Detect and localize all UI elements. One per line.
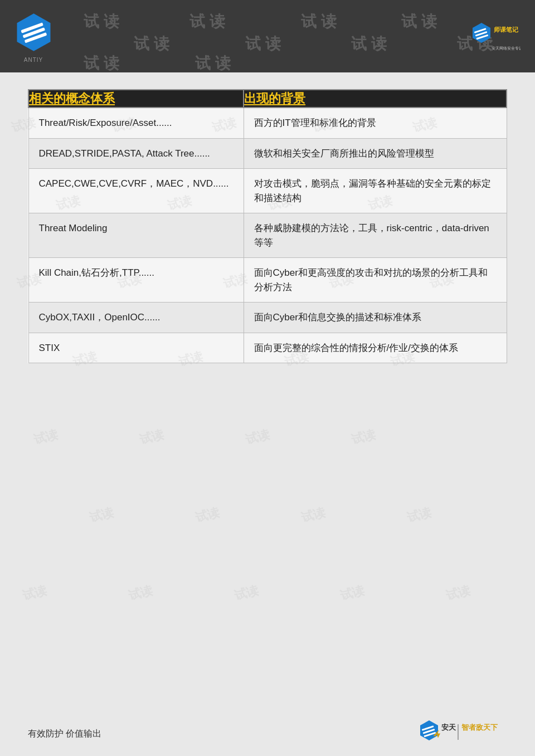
table-cell-col1: CybOX,TAXII，OpenIOC...... [28, 303, 244, 333]
table-cell-col2: 西方的IT管理和标准化的背景 [244, 108, 507, 138]
footer: 有效防护 价值输出 安天 智者敌天下 [0, 711, 535, 756]
table-cell-col1: STIX [28, 333, 244, 363]
table-row: DREAD,STRIDE,PASTA, Attack Tree......微软和… [28, 138, 507, 169]
table-cell-col1: DREAD,STRIDE,PASTA, Attack Tree...... [28, 138, 244, 169]
content-area: 相关的概念体系 出现的背景 Threat/Risk/Exposure/Asset… [28, 89, 507, 700]
table-row: CAPEC,CWE,CVE,CVRF，MAEC，NVD......对攻击模式，脆… [28, 169, 507, 213]
table-cell-col2: 对攻击模式，脆弱点，漏洞等各种基础的安全元素的标定和描述结构 [244, 169, 507, 213]
watermark-4: 试读 [401, 11, 441, 32]
footer-logo-icon: 安天 智者敌天下 [418, 719, 507, 749]
watermark-1: 试读 [84, 11, 124, 32]
table-header-row: 相关的概念体系 出现的背景 [28, 90, 507, 108]
watermark-2: 试读 [189, 11, 230, 32]
col2-header: 出现的背景 [244, 90, 507, 108]
table-row: Kill Chain,钻石分析,TTP......面向Cyber和更高强度的攻击… [28, 258, 507, 303]
col1-header: 相关的概念体系 [28, 90, 244, 108]
table-row: Threat Modeling各种威胁建模的方法论，工具，risk-centri… [28, 213, 507, 258]
table-row: CybOX,TAXII，OpenIOC......面向Cyber和信息交换的描述… [28, 303, 507, 333]
table-row: STIX面向更完整的综合性的情报分析/作业/交换的体系 [28, 333, 507, 363]
table-cell-col2: 微软和相关安全厂商所推出的风险管理模型 [244, 138, 507, 169]
watermark-9: 试读 [84, 53, 124, 72]
svg-text:安天: 安天 [441, 723, 456, 731]
svg-text:师课笔记: 师课笔记 [493, 26, 519, 33]
table-cell-col1: Threat/Risk/Exposure/Asset...... [28, 108, 244, 138]
table-cell-col1: CAPEC,CWE,CVE,CVRF，MAEC，NVD...... [28, 169, 244, 213]
svg-text:安天网络安全专训营第四期: 安天网络安全专训营第四期 [492, 46, 521, 51]
antiy-logo-icon [13, 10, 55, 55]
table-cell-col1: Kill Chain,钻石分析,TTP...... [28, 258, 244, 303]
table-cell-col2: 面向更完整的综合性的情报分析/作业/交换的体系 [244, 333, 507, 363]
logo-label: ANTIY [24, 57, 43, 63]
watermark-5: 试读 [134, 33, 174, 55]
brand-right: 师课笔记 安天网络安全专训营第四期 [465, 9, 526, 65]
watermark-10: 试读 [195, 53, 235, 72]
footer-tagline: 有效防护 价值输出 [28, 728, 101, 740]
svg-text:智者敌天下: 智者敌天下 [461, 723, 498, 731]
table-row: Threat/Risk/Exposure/Asset......西方的IT管理和… [28, 108, 507, 138]
table-cell-col2: 面向Cyber和更高强度的攻击和对抗的场景的分析工具和分析方法 [244, 258, 507, 303]
table-cell-col2: 各种威胁建模的方法论，工具，risk-centric，data-driven等等 [244, 213, 507, 258]
watermark-6: 试读 [245, 33, 285, 55]
brand-logo-icon: 师课笔记 安天网络安全专训营第四期 [470, 22, 521, 52]
header: ANTIY 试读 试读 试读 试读 试读 试读 试读 试读 试读 试读 师课笔记… [0, 0, 535, 72]
logo-area: ANTIY [0, 0, 67, 72]
table-cell-col1: Threat Modeling [28, 213, 244, 258]
table-cell-col2: 面向Cyber和信息交换的描述和标准体系 [244, 303, 507, 333]
footer-logo: 安天 智者敌天下 [418, 719, 507, 749]
main-table: 相关的概念体系 出现的背景 Threat/Risk/Exposure/Asset… [28, 89, 507, 363]
watermark-7: 试读 [351, 33, 391, 55]
watermark-3: 试读 [301, 11, 341, 32]
